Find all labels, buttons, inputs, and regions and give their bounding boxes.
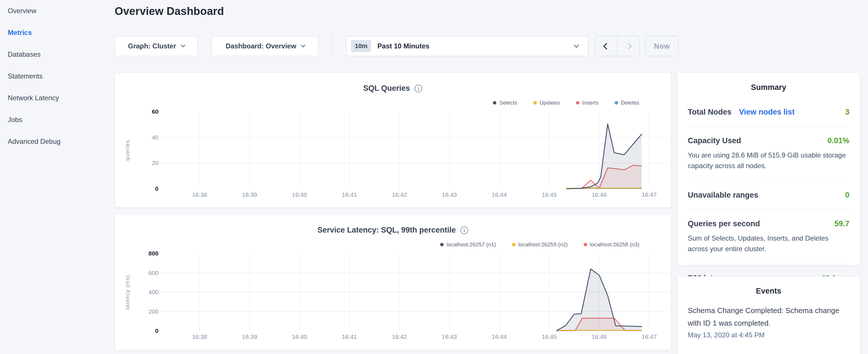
svg-text:i: i	[463, 228, 465, 233]
sidebar-item-advanced-debug[interactable]: Advanced Debug	[0, 137, 112, 146]
legend-item: Updates	[533, 100, 560, 106]
svg-text:200: 200	[149, 308, 158, 315]
legend-item: Selects	[493, 100, 517, 106]
svg-text:16:46: 16:46	[592, 333, 607, 340]
service-latency-chart-card: Service Latency: SQL, 99th percentile i …	[115, 214, 671, 350]
chevron-left-icon	[603, 43, 610, 50]
svg-text:0: 0	[155, 185, 158, 192]
svg-text:16:45: 16:45	[541, 191, 557, 198]
chevron-down-icon	[301, 43, 306, 47]
svg-text:16:41: 16:41	[342, 191, 357, 198]
time-prev-button[interactable]	[595, 36, 618, 56]
summary-heading: Summary	[688, 73, 849, 92]
chart-legend: SelectsUpdatesInsertsDeletes	[493, 100, 639, 106]
info-icon[interactable]: i	[460, 226, 468, 234]
svg-text:16:40: 16:40	[292, 333, 307, 340]
summary-label: Queries per second	[688, 219, 760, 228]
summary-value: 3	[845, 108, 849, 117]
svg-text:queries: queries	[124, 140, 130, 161]
svg-text:16:42: 16:42	[392, 191, 407, 198]
legend-dot-icon	[576, 101, 580, 104]
summary-label: Total Nodes	[688, 108, 732, 117]
svg-text:latency (ms): latency (ms)	[124, 275, 130, 309]
svg-text:800: 800	[149, 251, 158, 257]
legend-item: localhost:26259 (n2)	[512, 242, 568, 248]
chevron-right-icon	[625, 43, 632, 50]
summary-value: 59.7	[834, 219, 849, 228]
svg-text:16:43: 16:43	[442, 333, 457, 340]
now-button[interactable]: Now	[645, 36, 679, 56]
svg-text:16:42: 16:42	[392, 333, 407, 340]
svg-text:16:44: 16:44	[492, 333, 507, 340]
summary-label: Capacity Used	[688, 136, 741, 145]
summary-value: 0	[845, 191, 849, 200]
summary-panel: Summary Total Nodes View nodes list 3 Ca…	[677, 72, 860, 265]
legend-dot-icon	[615, 101, 618, 104]
summary-row-queries-per-second: Queries per second 59.7 Sum of Selects, …	[688, 210, 849, 264]
legend-dot-icon	[440, 243, 443, 246]
time-nav-group	[595, 36, 640, 56]
svg-text:16:38: 16:38	[192, 333, 207, 340]
info-icon[interactable]: i	[414, 84, 423, 93]
legend-item: localhost:26257 (n1)	[440, 242, 496, 248]
event-text: Schema Change Completed: Schema change w…	[688, 304, 849, 329]
svg-text:60: 60	[152, 109, 158, 115]
page-title: Overview Dashboard	[115, 5, 224, 18]
sidebar-item-overview[interactable]: Overview	[0, 6, 112, 15]
svg-text:16:44: 16:44	[492, 191, 507, 198]
sql-queries-plot[interactable]: 020406016:3816:3916:4016:4116:4216:4316:…	[124, 109, 672, 200]
svg-text:20: 20	[152, 160, 158, 166]
time-window-selector[interactable]: 10m Past 10 Minutes	[346, 36, 588, 56]
summary-subtext: You are using 28.6 MiB of 515.9 GiB usab…	[688, 150, 849, 171]
view-nodes-list-link[interactable]: View nodes list	[739, 108, 795, 117]
summary-value: 0.01%	[827, 136, 849, 145]
svg-text:16:39: 16:39	[242, 333, 257, 340]
chevron-down-icon	[181, 43, 185, 47]
dashboard-dropdown-label: Dashboard: Overview	[225, 42, 296, 50]
sidebar-item-databases[interactable]: Databases	[0, 50, 112, 59]
svg-text:i: i	[417, 86, 419, 91]
app-root: Overview Metrics Databases Statements Ne…	[0, 0, 868, 354]
svg-text:16:45: 16:45	[541, 333, 557, 340]
summary-row-unavailable-ranges: Unavailable ranges 0	[688, 181, 849, 210]
sql-queries-chart-card: SQL Queries i SelectsUpdatesInsertsDelet…	[115, 72, 671, 207]
chart-legend: localhost:26257 (n1)localhost:26259 (n2)…	[440, 242, 639, 248]
svg-text:16:43: 16:43	[442, 191, 457, 198]
summary-subtext: Sum of Selects, Updates, Inserts, and De…	[688, 233, 849, 254]
svg-text:16:46: 16:46	[592, 191, 607, 198]
dashboard-dropdown[interactable]: Dashboard: Overview	[212, 36, 318, 56]
summary-row-total-nodes: Total Nodes View nodes list 3	[688, 98, 849, 127]
chart-title: SQL Queries	[363, 84, 410, 93]
svg-text:600: 600	[149, 269, 158, 276]
summary-row-capacity-used: Capacity Used 0.01% You are using 28.6 M…	[688, 127, 849, 181]
chevron-down-icon	[574, 42, 579, 47]
svg-text:0: 0	[155, 327, 158, 334]
latency-plot[interactable]: 020040060080016:3816:3916:4016:4116:4216…	[124, 251, 672, 342]
svg-text:16:47: 16:47	[642, 333, 657, 340]
legend-item: Inserts	[576, 100, 599, 106]
events-panel: Events Schema Change Completed: Schema c…	[677, 276, 860, 354]
svg-text:40: 40	[152, 134, 158, 141]
events-heading: Events	[688, 277, 849, 296]
sidebar: Overview Metrics Databases Statements Ne…	[0, 0, 112, 354]
sidebar-item-metrics[interactable]: Metrics	[0, 28, 112, 37]
legend-item: Deletes	[615, 100, 639, 106]
time-window-label: Past 10 Minutes	[377, 42, 429, 50]
sidebar-item-network-latency[interactable]: Network Latency	[0, 93, 112, 102]
chart-title: Service Latency: SQL, 99th percentile	[317, 226, 456, 234]
toolbar: Graph: Cluster Dashboard: Overview 10m P…	[115, 36, 679, 56]
svg-text:16:41: 16:41	[342, 333, 357, 340]
graph-dropdown-label: Graph: Cluster	[128, 42, 176, 50]
svg-text:16:39: 16:39	[242, 191, 257, 198]
event-list-item[interactable]: Schema Change Completed: Schema change w…	[688, 304, 849, 339]
svg-text:16:38: 16:38	[192, 191, 207, 198]
graph-dropdown[interactable]: Graph: Cluster	[115, 36, 198, 56]
time-next-button[interactable]	[618, 36, 639, 56]
sidebar-item-statements[interactable]: Statements	[0, 72, 112, 81]
event-timestamp: May 13, 2020 at 4:45 PM	[688, 331, 849, 339]
legend-item: localhost:26258 (n3)	[584, 242, 639, 248]
sidebar-item-jobs[interactable]: Jobs	[0, 115, 112, 124]
time-window-badge: 10m	[351, 40, 371, 52]
svg-text:400: 400	[149, 289, 158, 295]
svg-text:16:47: 16:47	[642, 191, 657, 198]
